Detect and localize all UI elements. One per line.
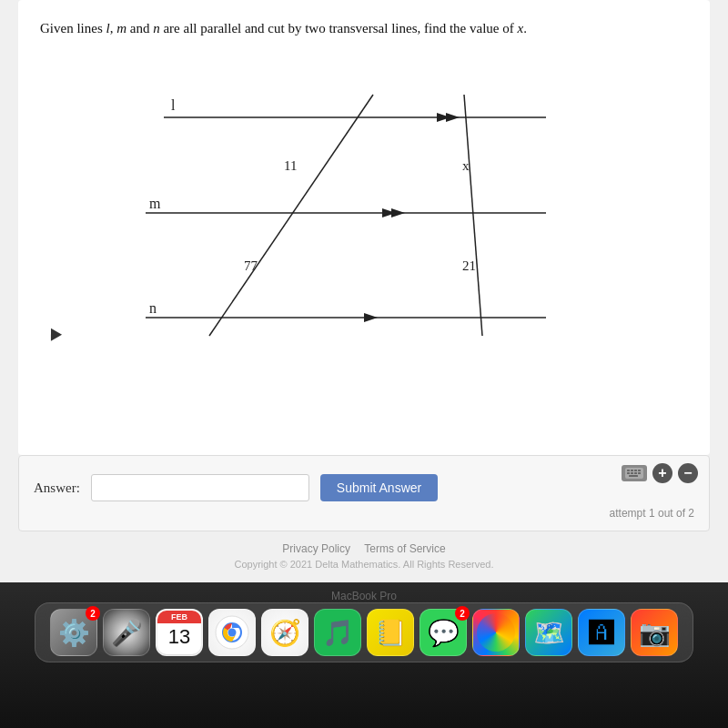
keyboard-icon[interactable] — [622, 465, 647, 481]
dock-icon-chrome[interactable] — [208, 609, 256, 656]
dock-icon-safari[interactable]: 🧭 — [261, 609, 308, 656]
label-n: n — [149, 300, 157, 316]
label-21: 21 — [462, 258, 476, 273]
attempt-text: attempt 1 out of 2 — [34, 507, 694, 520]
dock-icon-spotify[interactable]: 🎵 — [314, 609, 361, 656]
badge-settings: 2 — [86, 606, 100, 621]
svg-rect-13 — [634, 470, 637, 471]
diagram-container: l m n 11 — [40, 54, 688, 345]
svg-rect-14 — [638, 470, 641, 471]
svg-line-9 — [464, 95, 482, 336]
answer-section: + − Answer: Submit Answer attempt 1 out … — [18, 455, 710, 531]
label-77: 77 — [244, 258, 258, 273]
svg-rect-15 — [627, 472, 630, 474]
label-x: x — [462, 158, 470, 173]
answer-row: Answer: Submit Answer — [34, 474, 694, 501]
submit-button[interactable]: Submit Answer — [320, 474, 438, 501]
svg-line-8 — [209, 95, 373, 336]
svg-rect-12 — [631, 470, 633, 471]
zoom-plus-button[interactable]: + — [652, 463, 672, 483]
dock-icon-maps[interactable]: 🗺️ — [525, 609, 572, 656]
problem-text: Given lines l, m and n are all parallel … — [40, 18, 688, 39]
problem-card: Given lines l, m and n are all parallel … — [18, 0, 710, 455]
svg-rect-16 — [631, 472, 633, 474]
dock-icon-siri[interactable]: 🎤 — [103, 609, 150, 656]
dock-icon-calendar[interactable]: FEB 13 — [156, 609, 203, 656]
footer-links: Privacy Policy Terms of Service — [0, 542, 728, 555]
svg-rect-19 — [629, 475, 638, 477]
keyboard-icon-row: + − — [622, 463, 698, 483]
macbook-label: MacBook Pro — [331, 590, 397, 602]
dock: ⚙️2🎤 FEB 13 🧭🎵📒💬2🗺️🅰📷 — [35, 602, 693, 662]
dock-area: MacBook Pro ⚙️2🎤 FEB 13 🧭🎵📒💬2🗺️🅰📷 — [0, 582, 728, 728]
answer-label: Answer: — [34, 480, 80, 496]
copyright: Copyright © 2021 Delta Mathematics. All … — [0, 559, 728, 570]
dock-icon-photos[interactable] — [472, 609, 520, 656]
svg-rect-11 — [627, 470, 630, 471]
geometry-diagram: l m n 11 — [40, 54, 688, 345]
dock-icon-settings[interactable]: ⚙️2 — [50, 609, 97, 656]
dock-icon-messages[interactable]: 💬2 — [420, 609, 467, 656]
svg-point-22 — [228, 629, 237, 637]
badge-messages: 2 — [455, 606, 470, 621]
dock-icon-notes[interactable]: 📒 — [367, 609, 414, 656]
svg-rect-17 — [634, 472, 637, 474]
dock-icon-appstore[interactable]: 🅰 — [578, 609, 625, 656]
svg-rect-18 — [638, 472, 641, 474]
label-l: l — [171, 97, 176, 113]
answer-input[interactable] — [91, 474, 309, 501]
svg-marker-7 — [364, 313, 378, 322]
terms-link[interactable]: Terms of Service — [364, 542, 445, 555]
privacy-policy-link[interactable]: Privacy Policy — [282, 542, 350, 555]
label-m: m — [149, 196, 161, 211]
zoom-minus-button[interactable]: − — [678, 463, 698, 483]
dock-icon-photo2[interactable]: 📷 — [631, 609, 678, 656]
label-11: 11 — [284, 158, 297, 173]
main-content: Given lines l, m and n are all parallel … — [0, 0, 728, 582]
